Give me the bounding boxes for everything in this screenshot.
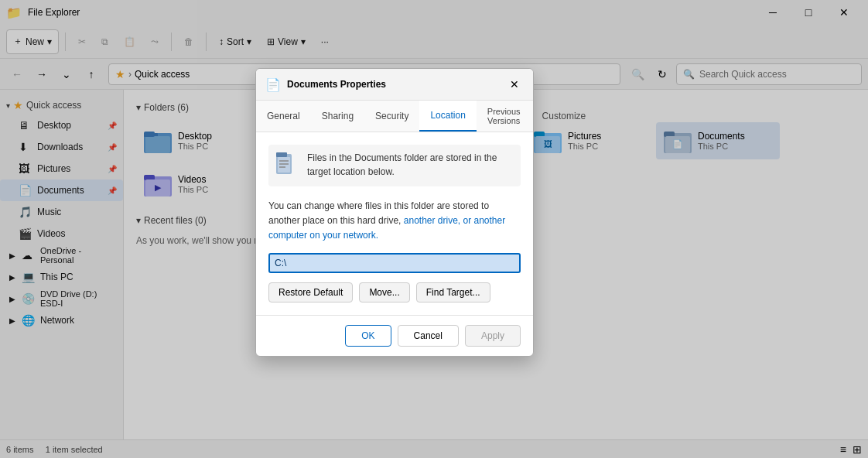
find-target-label: Find Target... (426, 287, 480, 298)
tab-general[interactable]: General (256, 101, 311, 132)
tab-location[interactable]: Location (419, 101, 476, 132)
dialog-action-buttons: Restore Default Move... Find Target... (268, 282, 521, 302)
tab-customize[interactable]: Customize (531, 101, 597, 132)
apply-button: Apply (465, 325, 521, 347)
restore-default-button[interactable]: Restore Default (268, 282, 353, 302)
dialog-close-button[interactable]: ✕ (505, 75, 524, 94)
dialog-title-icon: 📄 (265, 77, 281, 92)
tab-security[interactable]: Security (364, 101, 419, 132)
dialog-footer: OK Cancel Apply (256, 315, 533, 356)
cancel-button[interactable]: Cancel (398, 325, 459, 347)
dialog-content: Files in the Documents folder are stored… (256, 132, 533, 315)
dialog-overlay: 📄 Documents Properties ✕ General Sharing… (0, 0, 868, 458)
move-label: Move... (369, 287, 399, 298)
dialog-description: You can change where files in this folde… (268, 199, 521, 244)
dialog-tabs: General Sharing Security Location Previo… (256, 101, 533, 132)
dialog-info-icon (275, 151, 299, 180)
dialog-info-text: Files in the Documents folder are stored… (307, 151, 514, 180)
location-input[interactable] (268, 253, 521, 273)
find-target-button[interactable]: Find Target... (416, 282, 490, 302)
tab-previous-versions[interactable]: Previous Versions (477, 101, 531, 132)
dialog-info-box: Files in the Documents folder are stored… (268, 145, 521, 186)
ok-button[interactable]: OK (345, 325, 391, 347)
svg-rect-25 (276, 152, 287, 157)
dialog-title-text: Documents Properties (287, 79, 386, 90)
svg-rect-26 (278, 157, 290, 173)
move-button[interactable]: Move... (359, 282, 409, 302)
tab-sharing[interactable]: Sharing (311, 101, 364, 132)
dialog-title-left: 📄 Documents Properties (265, 77, 386, 92)
restore-default-label: Restore Default (279, 287, 343, 298)
documents-properties-dialog: 📄 Documents Properties ✕ General Sharing… (255, 68, 534, 357)
dialog-titlebar: 📄 Documents Properties ✕ (256, 69, 533, 101)
